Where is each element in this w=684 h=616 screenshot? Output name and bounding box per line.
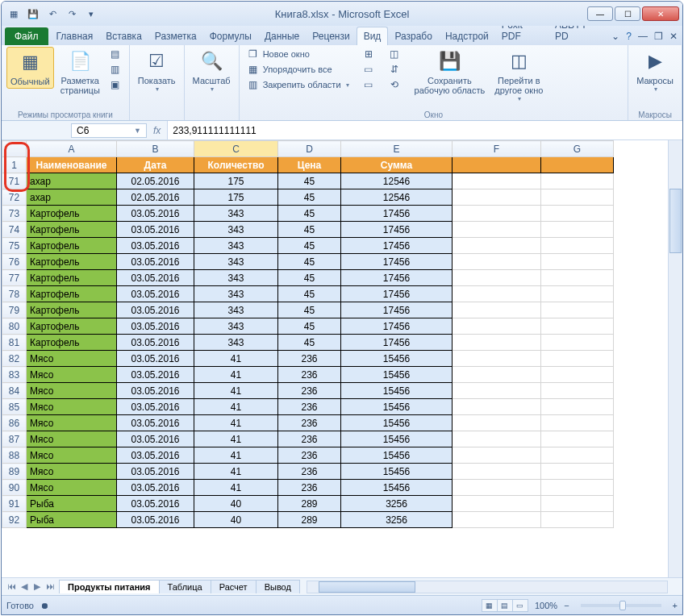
cell[interactable]: Мясо — [27, 415, 117, 431]
cell[interactable]: 45 — [278, 254, 341, 270]
vertical-scrollbar[interactable] — [668, 140, 682, 577]
cell[interactable]: 03.05.2016 — [117, 496, 194, 512]
cell[interactable]: 236 — [278, 431, 341, 447]
cell[interactable]: 41 — [194, 431, 278, 447]
cell[interactable] — [541, 383, 614, 399]
row-header[interactable]: 88 — [2, 447, 27, 464]
resetpos-button[interactable]: ⟲ — [386, 77, 403, 92]
cell[interactable] — [453, 399, 541, 415]
mdi-min-icon[interactable]: — — [638, 31, 648, 42]
cell[interactable]: 03.05.2016 — [117, 431, 194, 447]
cell[interactable]: 175 — [194, 189, 278, 206]
row-header[interactable]: 78 — [2, 286, 27, 302]
cell[interactable] — [541, 399, 614, 415]
cell[interactable]: 17456 — [341, 270, 453, 286]
cell[interactable]: 41 — [194, 447, 278, 464]
cell[interactable]: 45 — [278, 238, 341, 254]
cell[interactable]: 17456 — [341, 254, 453, 270]
cell[interactable]: Картофель — [27, 270, 117, 286]
cell[interactable] — [453, 189, 541, 206]
cell[interactable]: Мясо — [27, 447, 117, 464]
cell[interactable] — [453, 173, 541, 189]
cell[interactable]: Картофель — [27, 302, 117, 318]
cell[interactable]: 15456 — [341, 383, 453, 399]
cell[interactable] — [541, 189, 614, 206]
cell[interactable]: 17456 — [341, 302, 453, 318]
cell[interactable] — [541, 496, 614, 512]
cell[interactable]: 45 — [278, 270, 341, 286]
cell[interactable] — [541, 335, 614, 351]
cell[interactable] — [453, 157, 541, 173]
cell[interactable]: 343 — [194, 286, 278, 302]
cell[interactable]: 289 — [278, 496, 341, 512]
cell[interactable]: Мясо — [27, 480, 117, 496]
cell[interactable]: 45 — [278, 222, 341, 238]
cell[interactable]: 41 — [194, 351, 278, 367]
mdi-restore-icon[interactable]: ❐ — [654, 31, 663, 42]
cell[interactable]: Картофель — [27, 222, 117, 238]
row-header[interactable]: 71 — [2, 173, 27, 189]
cell[interactable]: 03.05.2016 — [117, 286, 194, 302]
cell[interactable] — [453, 206, 541, 222]
cell[interactable] — [453, 480, 541, 496]
view-normal-button[interactable]: ▦ Обычный — [6, 47, 54, 89]
zoom-level[interactable]: 100% — [535, 601, 557, 610]
cell[interactable]: Картофель — [27, 238, 117, 254]
sheet-first-icon[interactable]: ⏮ — [5, 581, 18, 592]
cell[interactable]: Картофель — [27, 254, 117, 270]
tab-Разрабо[interactable]: Разрабо — [388, 27, 439, 45]
cell[interactable] — [541, 464, 614, 480]
save-workspace-button[interactable]: 💾 Сохранить рабочую область — [411, 47, 489, 97]
hide-button[interactable]: ▭ — [360, 62, 377, 77]
view-custom-button[interactable]: ▥ — [106, 62, 124, 77]
cell[interactable] — [541, 512, 614, 528]
sheet-last-icon[interactable]: ⏭ — [44, 581, 56, 592]
cell[interactable]: 41 — [194, 383, 278, 399]
row-header[interactable]: 90 — [2, 480, 27, 496]
cell[interactable]: 175 — [194, 173, 278, 189]
view-buttons[interactable]: ▦▤▭ — [482, 599, 528, 612]
cell[interactable]: 03.05.2016 — [117, 447, 194, 464]
maximize-button[interactable]: ☐ — [615, 6, 640, 21]
cell[interactable] — [453, 367, 541, 383]
cell[interactable]: Картофель — [27, 206, 117, 222]
cell[interactable]: 15456 — [341, 480, 453, 496]
view-pagelayout-button[interactable]: 📄 Разметка страницы — [57, 47, 103, 97]
cell[interactable] — [453, 335, 541, 351]
row-header[interactable]: 75 — [2, 238, 27, 254]
cell[interactable]: 236 — [278, 383, 341, 399]
cell[interactable]: 17456 — [341, 318, 453, 335]
undo-icon[interactable]: ↶ — [44, 5, 61, 23]
excel-icon[interactable]: ▦ — [5, 5, 23, 23]
cell[interactable]: 03.05.2016 — [117, 238, 194, 254]
scroll-thumb[interactable] — [669, 189, 682, 253]
cell[interactable]: Мясо — [27, 431, 117, 447]
col-header-A[interactable]: A — [27, 141, 117, 157]
row-header[interactable]: 92 — [2, 512, 27, 528]
cell[interactable]: 343 — [194, 254, 278, 270]
cell[interactable] — [453, 302, 541, 318]
cell[interactable]: 03.05.2016 — [117, 302, 194, 318]
cell[interactable]: 343 — [194, 222, 278, 238]
row-header[interactable]: 77 — [2, 270, 27, 286]
sheet-tab[interactable]: Таблица — [159, 580, 211, 593]
spreadsheet-grid[interactable]: ABCDEFG 1НаименованиеДатаКоличествоЦенаС… — [2, 140, 614, 528]
cell[interactable]: Рыба — [27, 512, 117, 528]
record-macro-icon[interactable]: ⏺ — [40, 601, 49, 610]
zoom-button[interactable]: 🔍 Масштаб — [190, 47, 234, 94]
view-pagebreaks-button[interactable]: ▤ — [106, 47, 124, 61]
minimize-button[interactable]: — — [587, 6, 613, 21]
mdi-close-icon[interactable]: ✕ — [669, 31, 678, 42]
cell[interactable]: Мясо — [27, 383, 117, 399]
cell[interactable]: 236 — [278, 447, 341, 464]
cell[interactable]: 03.05.2016 — [117, 270, 194, 286]
cell[interactable]: 45 — [278, 173, 341, 189]
sheet-prev-icon[interactable]: ◀ — [18, 581, 31, 592]
show-button[interactable]: ☑ Показать — [135, 47, 179, 94]
row-header[interactable]: 81 — [2, 335, 27, 351]
save-icon[interactable]: 💾 — [24, 5, 42, 23]
row-header[interactable]: 73 — [2, 206, 27, 222]
cell[interactable]: 03.05.2016 — [117, 512, 194, 528]
cell[interactable]: 03.05.2016 — [117, 464, 194, 480]
cell[interactable]: 41 — [194, 399, 278, 415]
